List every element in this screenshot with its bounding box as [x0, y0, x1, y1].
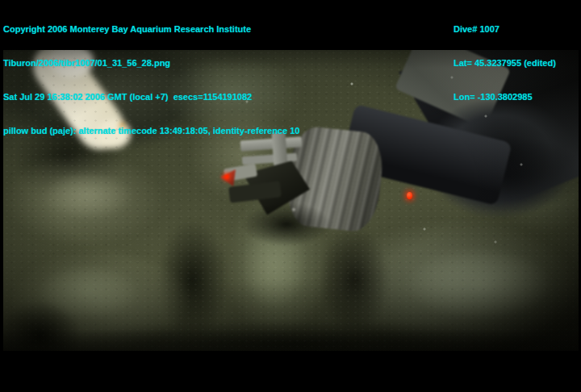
- timestamp-line: Sat Jul 29 16:38:02 2006 GMT (local +7) …: [3, 91, 299, 102]
- file-path-line: Tiburon/2006/tibr1007/01_31_56_28.png: [3, 57, 299, 69]
- hud-top-right: Dive# 1007 Lat= 45.3237955 (edited) Lon=…: [454, 1, 556, 125]
- latitude: Lat= 45.3237955 (edited): [454, 57, 556, 69]
- copyright-line: Copyright 2006 Monterey Bay Aquarium Res…: [3, 23, 299, 35]
- frame-grab-viewer: Copyright 2006 Monterey Bay Aquarium Res…: [0, 0, 581, 392]
- annotation-line: pillow bud (paje): alternate timecode 13…: [3, 125, 299, 136]
- hud-top-left: Copyright 2006 Monterey Bay Aquarium Res…: [3, 1, 299, 159]
- dive-number: Dive# 1007: [454, 23, 556, 35]
- longitude: Lon= -130.3802985: [454, 91, 556, 102]
- hud-bottom: Depth= 2269.75 m Temp= 1.848 C Sal= 34.5…: [3, 377, 352, 392]
